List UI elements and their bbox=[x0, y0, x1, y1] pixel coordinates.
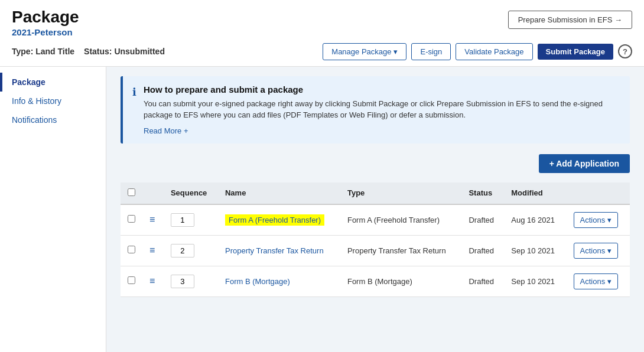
type-label: Type: Land Title bbox=[12, 47, 74, 56]
actions-button[interactable]: Actions ▾ bbox=[574, 212, 619, 228]
col-status: Status bbox=[461, 182, 504, 204]
chevron-down-icon: ▾ bbox=[607, 246, 612, 255]
manage-package-button[interactable]: Manage Package ▾ bbox=[323, 43, 406, 60]
read-more-link[interactable]: Read More + bbox=[144, 126, 188, 135]
info-icon: ℹ bbox=[132, 86, 136, 135]
application-name-link[interactable]: Form A (Freehold Transfer) bbox=[225, 214, 324, 226]
validate-package-button[interactable]: Validate Package bbox=[456, 43, 532, 60]
esign-button[interactable]: E-sign bbox=[411, 43, 451, 60]
header-actions: Manage Package ▾ E-sign Validate Package… bbox=[323, 43, 632, 60]
row-checkbox[interactable] bbox=[128, 215, 135, 223]
body-layout: Package Info & History Notifications ℹ H… bbox=[0, 67, 644, 352]
chevron-down-icon: ▾ bbox=[607, 277, 612, 286]
sequence-reorder-icon[interactable]: ≡ bbox=[149, 245, 155, 255]
actions-button[interactable]: Actions ▾ bbox=[574, 273, 619, 289]
actions-button[interactable]: Actions ▾ bbox=[574, 243, 619, 259]
sequence-input[interactable] bbox=[171, 213, 194, 227]
application-status: Drafted bbox=[461, 204, 504, 236]
col-checkbox bbox=[121, 182, 142, 204]
package-subtitle: 2021-Peterson bbox=[12, 27, 79, 37]
prepare-submission-button[interactable]: Prepare Submission in EFS → bbox=[508, 11, 632, 29]
info-box-body: You can submit your e-signed package rig… bbox=[144, 98, 620, 121]
sequence-input[interactable] bbox=[171, 275, 194, 288]
table-row: ≡Property Transfer Tax ReturnProperty Tr… bbox=[121, 235, 630, 266]
application-status: Drafted bbox=[461, 266, 504, 296]
header: Package 2021-Peterson Prepare Submission… bbox=[0, 0, 644, 67]
row-checkbox[interactable] bbox=[128, 246, 135, 253]
application-name-link[interactable]: Form B (Mortgage) bbox=[225, 277, 290, 286]
sequence-reorder-icon[interactable]: ≡ bbox=[149, 276, 155, 286]
application-status: Drafted bbox=[461, 235, 504, 266]
header-meta-row: Type: Land Title Status: Unsubmitted Man… bbox=[12, 43, 632, 60]
submit-package-button[interactable]: Submit Package bbox=[538, 44, 613, 60]
info-box: ℹ How to prepare and submit a package Yo… bbox=[121, 76, 630, 144]
add-application-area: + Add Application bbox=[121, 154, 630, 180]
table-row: ≡Form B (Mortgage)Form B (Mortgage)Draft… bbox=[121, 266, 630, 296]
application-type: Form B (Mortgage) bbox=[340, 266, 461, 296]
info-box-content: How to prepare and submit a package You … bbox=[144, 84, 620, 135]
sidebar-item-notifications[interactable]: Notifications bbox=[0, 110, 106, 129]
col-type: Type bbox=[340, 182, 461, 204]
status-label: Status: Unsubmitted bbox=[84, 47, 165, 56]
chevron-down-icon: ▾ bbox=[393, 47, 398, 56]
table-row: ≡Form A (Freehold Transfer)Form A (Freeh… bbox=[121, 204, 630, 236]
application-modified: Sep 10 2021 bbox=[504, 266, 566, 296]
application-type: Property Transfer Tax Return bbox=[340, 235, 461, 266]
col-modified: Modified bbox=[504, 182, 566, 204]
col-name: Name bbox=[218, 182, 340, 204]
sidebar-item-info-history[interactable]: Info & History bbox=[0, 92, 106, 110]
sidebar-item-package[interactable]: Package bbox=[0, 73, 106, 92]
col-actions bbox=[567, 182, 630, 204]
page-title: Package bbox=[12, 7, 79, 27]
info-box-title: How to prepare and submit a package bbox=[144, 84, 620, 94]
application-modified: Aug 16 2021 bbox=[504, 204, 566, 236]
select-all-checkbox[interactable] bbox=[128, 188, 135, 196]
sidebar: Package Info & History Notifications bbox=[0, 67, 106, 352]
help-icon[interactable]: ? bbox=[618, 44, 632, 58]
application-modified: Sep 10 2021 bbox=[504, 235, 566, 266]
applications-table: Sequence Name Type Status Modified ≡Form… bbox=[121, 182, 630, 297]
col-seq-icon bbox=[142, 182, 164, 204]
sequence-reorder-icon[interactable]: ≡ bbox=[149, 214, 155, 224]
chevron-down-icon: ▾ bbox=[607, 216, 612, 224]
application-name-link[interactable]: Property Transfer Tax Return bbox=[225, 246, 324, 255]
application-type: Form A (Freehold Transfer) bbox=[340, 204, 461, 236]
type-value: Land Title bbox=[35, 47, 74, 56]
status-value: Unsubmitted bbox=[114, 47, 165, 56]
sequence-input[interactable] bbox=[171, 244, 194, 258]
row-checkbox[interactable] bbox=[128, 276, 135, 284]
header-left: Type: Land Title Status: Unsubmitted bbox=[12, 47, 165, 56]
add-application-button[interactable]: + Add Application bbox=[539, 154, 630, 173]
col-sequence: Sequence bbox=[164, 182, 218, 204]
